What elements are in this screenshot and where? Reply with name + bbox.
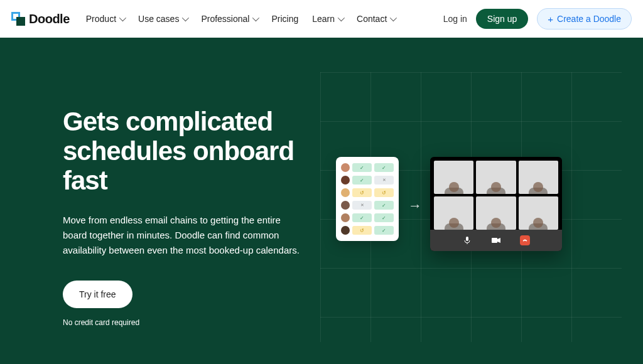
nav-contact[interactable]: Contact xyxy=(357,14,395,24)
poll-row xyxy=(341,226,394,235)
participant-tile xyxy=(434,161,473,194)
arrow-right-icon: → xyxy=(408,198,422,214)
mic-icon xyxy=(462,235,472,245)
avatar-icon xyxy=(341,201,350,210)
poll-row xyxy=(341,201,394,210)
avatar-icon xyxy=(341,188,350,197)
avatar-icon xyxy=(341,213,350,222)
header-actions: Log in Sign up + Create a Doodle xyxy=(443,8,632,29)
participant-tile xyxy=(519,161,558,194)
yes-cell-icon xyxy=(352,163,372,172)
hero-section: Gets complicated schedules onboard fast … xyxy=(0,38,643,364)
hero-copy: Gets complicated schedules onboard fast … xyxy=(63,38,301,364)
svg-rect-0 xyxy=(466,237,468,241)
maybe-cell-icon xyxy=(352,226,372,235)
participant-tile xyxy=(519,196,558,230)
hero-subtitle: Move from endless email chains to gettin… xyxy=(63,213,301,258)
chevron-down-icon xyxy=(119,14,126,21)
brand-logo[interactable]: Doodle xyxy=(11,12,70,26)
hero-title: Gets complicated schedules onboard fast xyxy=(63,107,301,195)
hero-illustration: → xyxy=(301,38,643,364)
yes-cell-icon xyxy=(352,213,372,222)
primary-nav: Product Use cases Professional Pricing L… xyxy=(86,14,396,24)
nav-label: Learn xyxy=(312,14,335,24)
chevron-down-icon xyxy=(252,14,259,21)
nav-label: Product xyxy=(86,14,116,24)
no-cell-icon xyxy=(352,201,372,210)
nav-label: Professional xyxy=(201,14,249,24)
avatar-icon xyxy=(341,163,350,172)
poll-row xyxy=(341,163,394,172)
chevron-down-icon xyxy=(338,14,345,21)
svg-marker-3 xyxy=(497,238,500,243)
nav-professional[interactable]: Professional xyxy=(201,14,257,24)
nav-label: Contact xyxy=(357,14,387,24)
poll-row xyxy=(341,213,394,222)
no-card-note: No credit card required xyxy=(63,318,301,327)
video-call-device xyxy=(430,157,562,251)
try-free-button[interactable]: Try it free xyxy=(63,281,132,308)
svg-rect-2 xyxy=(492,238,497,243)
nav-product[interactable]: Product xyxy=(86,14,124,24)
nav-use-cases[interactable]: Use cases xyxy=(138,14,187,24)
poll-card xyxy=(336,157,399,241)
nav-learn[interactable]: Learn xyxy=(312,14,343,24)
maybe-cell-icon xyxy=(374,188,394,197)
nav-label: Pricing xyxy=(271,14,298,24)
poll-row xyxy=(341,176,394,185)
yes-cell-icon xyxy=(374,226,394,235)
maybe-cell-icon xyxy=(352,188,372,197)
create-doodle-button[interactable]: + Create a Doodle xyxy=(537,8,632,29)
yes-cell-icon xyxy=(374,163,394,172)
nav-label: Use cases xyxy=(138,14,179,24)
yes-cell-icon xyxy=(374,201,394,210)
yes-cell-icon xyxy=(352,176,372,185)
signup-button[interactable]: Sign up xyxy=(476,9,528,29)
chevron-down-icon xyxy=(182,14,189,21)
participant-tile xyxy=(476,196,516,230)
poll-row xyxy=(341,188,394,197)
yes-cell-icon xyxy=(374,213,394,222)
no-cell-icon xyxy=(374,176,394,185)
camera-icon xyxy=(491,235,501,245)
video-grid xyxy=(430,157,562,230)
participant-tile xyxy=(434,196,473,230)
plus-icon: + xyxy=(548,14,553,24)
chevron-down-icon xyxy=(390,14,397,21)
participant-tile xyxy=(476,161,516,194)
avatar-icon xyxy=(341,176,350,185)
avatar-icon xyxy=(341,226,350,235)
create-label: Create a Doodle xyxy=(557,14,621,24)
video-controls xyxy=(430,230,562,251)
site-header: Doodle Product Use cases Professional Pr… xyxy=(0,0,643,38)
nav-pricing[interactable]: Pricing xyxy=(271,14,298,24)
logo-mark-icon xyxy=(11,12,25,26)
login-link[interactable]: Log in xyxy=(443,14,467,24)
brand-name: Doodle xyxy=(29,12,70,26)
hangup-icon xyxy=(520,235,530,245)
svg-rect-1 xyxy=(467,243,468,244)
